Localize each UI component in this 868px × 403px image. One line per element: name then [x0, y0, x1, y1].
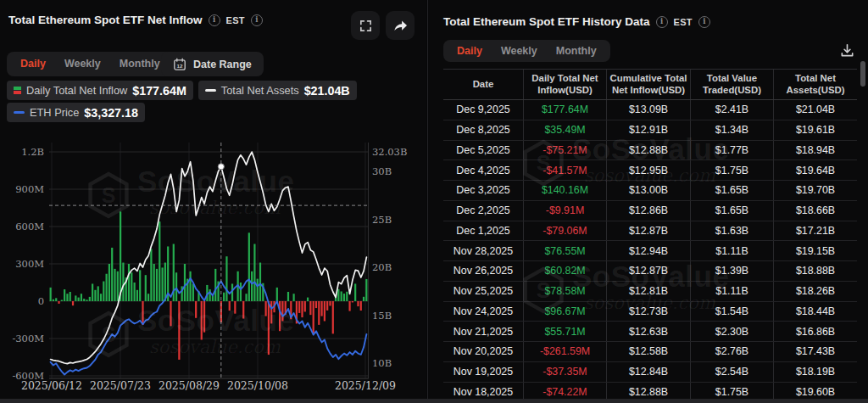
cell-inflow: $55.71M [524, 322, 607, 341]
chart-title-row: Total Ethereum Spot ETF Net Inflow i EST… [8, 14, 263, 26]
cell-date: Nov 24,2025 [443, 302, 524, 322]
table-row: Nov 21,2025$55.71M$12.63B$2.30B$16.86B [443, 322, 857, 342]
table-row: Dec 2,2025-$9.91M$12.86B$1.65B$18.66B [443, 201, 857, 221]
tab-monthly[interactable]: Monthly [547, 46, 606, 57]
cell-inflow: $140.16M [524, 181, 607, 200]
cell-traded: $1.11B [691, 282, 774, 301]
column-header: Date [443, 70, 524, 99]
info-icon[interactable]: i [251, 14, 263, 26]
vertical-scrollbar[interactable] [860, 61, 865, 87]
horizontal-scrollbar[interactable] [0, 399, 868, 403]
cell-cumulative: $12.94B [607, 241, 691, 260]
cell-traded: $1.77B [691, 141, 774, 160]
table-row: Dec 8,2025$35.49M$12.91B$1.34B$19.61B [443, 120, 857, 141]
cell-inflow: -$41.57M [524, 160, 607, 180]
cell-cumulative: $12.63B [607, 322, 691, 341]
timezone-label: EST [674, 17, 693, 27]
svg-text:300M: 300M [15, 258, 44, 270]
table-row: Dec 3,2025$140.16M$13.00B$1.65B$19.70B [443, 181, 857, 201]
svg-text:30B: 30B [372, 165, 392, 177]
cell-date: Dec 4,2025 [443, 160, 524, 180]
svg-text:2025/12/09: 2025/12/09 [335, 379, 396, 392]
cell-cumulative: $12.58B [607, 342, 691, 361]
legend-chip-eth-price[interactable]: ETH Price$3,327.18 [7, 103, 145, 122]
cell-assets: $16.86B [774, 322, 857, 341]
tab-daily[interactable]: Daily [11, 59, 55, 70]
cell-date: Nov 25,2025 [443, 282, 524, 301]
table-row: Dec 5,2025-$75.21M$12.88B$1.77B$18.94B [443, 141, 857, 161]
column-header: Total Net Assets(USD) [774, 70, 857, 99]
cell-inflow: -$37.35M [524, 362, 607, 382]
cell-traded: $1.75B [691, 160, 774, 180]
svg-text:15B: 15B [372, 310, 392, 322]
cell-cumulative: $12.84B [607, 362, 691, 382]
download-button[interactable] [836, 39, 858, 61]
cell-cumulative: $13.00B [607, 181, 691, 200]
cell-cumulative: $13.09B [607, 100, 691, 120]
tab-weekly[interactable]: Weekly [55, 59, 110, 70]
chart-legend-row: Daily Total Net Inflow$177.64MTotal Net … [7, 81, 357, 100]
tab-daily[interactable]: Daily [448, 46, 492, 57]
svg-text:25B: 25B [372, 214, 392, 226]
table-row: Nov 19,2025-$37.35M$12.84B$2.54B$18.19B [443, 362, 857, 383]
cell-date: Dec 3,2025 [443, 181, 524, 200]
cell-inflow: -$261.59M [524, 342, 607, 361]
history-data-panel: Total Ethereum Spot ETF History Data i E… [427, 0, 868, 403]
svg-text:20B: 20B [372, 261, 392, 273]
svg-text:1.2B: 1.2B [21, 146, 44, 158]
table-period-tabs: DailyWeeklyMonthly [443, 40, 610, 62]
cell-date: Nov 26,2025 [443, 261, 524, 281]
cell-assets: $19.61B [774, 120, 857, 140]
cell-assets: $18.88B [774, 261, 857, 281]
svg-text:2025/07/23: 2025/07/23 [90, 379, 151, 392]
fullscreen-button[interactable] [351, 11, 380, 40]
cell-assets: $17.43B [774, 342, 857, 361]
cell-inflow: $76.55M [524, 241, 607, 260]
cell-cumulative: $12.95B [607, 160, 691, 180]
svg-text:900M: 900M [15, 183, 44, 195]
cell-cumulative: $12.87B [607, 221, 691, 241]
cell-date: Dec 9,2025 [443, 100, 524, 120]
download-icon [839, 42, 855, 59]
date-range-button[interactable]: 12 Date Range [161, 52, 264, 76]
cell-date: Dec 1,2025 [443, 221, 524, 241]
cell-date: Nov 21,2025 [443, 322, 524, 341]
assets-line-icon [205, 89, 216, 92]
cell-date: Dec 2,2025 [443, 201, 524, 221]
cell-assets: $18.44B [774, 302, 857, 322]
legend-chip-total-net-assets[interactable]: Total Net Assets$21.04B [198, 81, 357, 100]
svg-text:32.03B: 32.03B [372, 146, 407, 158]
table-row: Nov 24,2025$96.67M$12.73B$1.54B$18.44B [443, 302, 857, 322]
info-icon[interactable]: i [209, 14, 220, 26]
table-row: Nov 25,2025$78.58M$12.81B$1.11B$18.26B [443, 282, 857, 302]
cell-inflow: -$75.21M [524, 141, 607, 160]
tab-weekly[interactable]: Weekly [492, 46, 547, 57]
cell-date: Nov 18,2025 [443, 383, 524, 400]
table-row: Nov 28,2025$76.55M$12.94B$1.11B$19.15B [443, 241, 857, 261]
legend-chip-daily-total-net-inflow[interactable]: Daily Total Net Inflow$177.64M [7, 81, 193, 100]
info-icon[interactable]: i [656, 16, 668, 28]
table-title-row: Total Ethereum Spot ETF History Data i E… [443, 15, 710, 28]
cell-date: Nov 28,2025 [443, 241, 524, 260]
table-header-row: DateDaily Total Net Inflow(USD)Cumulativ… [443, 70, 857, 100]
cell-cumulative: $12.88B [607, 141, 691, 160]
cell-cumulative: $12.73B [607, 302, 691, 322]
cell-assets: $19.15B [774, 241, 857, 260]
share-button[interactable] [386, 11, 415, 40]
cell-traded: $1.75B [691, 383, 774, 400]
share-icon [392, 18, 409, 34]
table-body: Dec 9,2025$177.64M$13.09B$2.41B$21.04BDe… [443, 100, 857, 400]
info-icon[interactable]: i [698, 16, 710, 28]
cell-assets: $21.04B [774, 100, 857, 120]
cell-traded: $1.65B [691, 181, 774, 200]
cell-inflow: $177.64M [524, 100, 607, 120]
eth-line-icon [14, 111, 25, 115]
cell-date: Dec 5,2025 [443, 141, 524, 160]
legend-label: Daily Total Net Inflow [26, 84, 127, 97]
cell-traded: $2.41B [691, 100, 774, 120]
calendar-icon: 12 [173, 58, 186, 71]
timezone-label: EST [226, 15, 245, 25]
inflow-bars-icon [14, 87, 21, 95]
cell-traded: $1.63B [691, 221, 774, 241]
svg-text:12: 12 [177, 63, 183, 69]
